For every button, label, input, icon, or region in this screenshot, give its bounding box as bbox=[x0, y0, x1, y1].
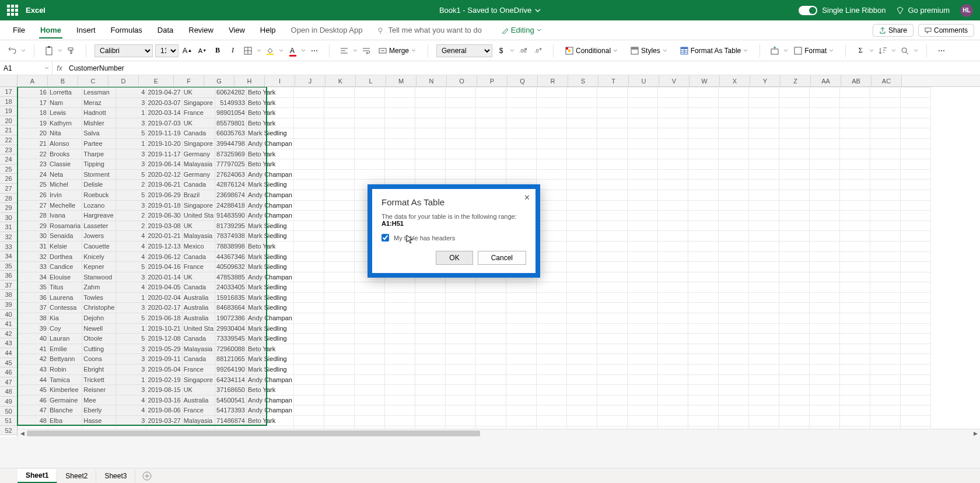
cell[interactable]: 46 bbox=[18, 395, 48, 405]
cell[interactable] bbox=[475, 108, 506, 118]
cell[interactable]: 43 bbox=[18, 365, 48, 375]
cell[interactable] bbox=[324, 385, 354, 396]
cell[interactable]: 24 bbox=[18, 169, 48, 180]
cell[interactable] bbox=[748, 190, 779, 200]
row-header[interactable]: 45 bbox=[0, 358, 17, 368]
cell[interactable] bbox=[627, 292, 657, 303]
cell[interactable]: 84683664 bbox=[215, 303, 247, 313]
document-title[interactable]: Book1 - Saved to OneDrive bbox=[439, 6, 541, 15]
cell[interactable] bbox=[627, 282, 657, 293]
cell[interactable]: 34 bbox=[18, 272, 48, 282]
cell[interactable] bbox=[627, 395, 657, 405]
add-sheet-button[interactable] bbox=[140, 469, 154, 483]
cell[interactable]: Mechelle bbox=[48, 200, 82, 211]
cell[interactable]: Singapore bbox=[182, 138, 215, 149]
cell[interactable]: Storment bbox=[82, 169, 116, 180]
row-header[interactable]: 42 bbox=[0, 329, 17, 339]
cell[interactable] bbox=[900, 323, 930, 334]
cell[interactable] bbox=[384, 159, 415, 170]
styles-button[interactable]: Styles bbox=[627, 46, 671, 56]
cell[interactable] bbox=[870, 231, 900, 242]
cell[interactable]: 2019-06-18 bbox=[146, 313, 182, 324]
cell[interactable] bbox=[597, 159, 627, 170]
cell[interactable] bbox=[293, 292, 324, 303]
cell[interactable] bbox=[324, 303, 354, 313]
cell[interactable] bbox=[324, 354, 354, 365]
cell[interactable] bbox=[354, 313, 384, 324]
cell[interactable]: 2020-01-14 bbox=[146, 272, 182, 282]
cell[interactable] bbox=[597, 272, 627, 282]
cell[interactable] bbox=[627, 97, 657, 108]
cell[interactable] bbox=[718, 88, 748, 98]
cell[interactable] bbox=[870, 272, 900, 282]
cell[interactable] bbox=[293, 344, 324, 354]
cell[interactable]: 2019-06-14 bbox=[146, 159, 182, 170]
cell[interactable] bbox=[900, 200, 930, 211]
cell[interactable]: Mark Siedling bbox=[247, 303, 294, 313]
column-header[interactable]: Y bbox=[750, 75, 780, 86]
cell[interactable]: Blanche bbox=[48, 405, 82, 416]
cell[interactable] bbox=[718, 303, 748, 313]
column-header[interactable]: D bbox=[108, 75, 139, 86]
cell[interactable]: Cutting bbox=[82, 344, 116, 354]
cell[interactable]: 5 bbox=[116, 334, 146, 344]
cell[interactable] bbox=[870, 416, 900, 426]
cell[interactable] bbox=[566, 323, 597, 334]
cell[interactable] bbox=[688, 272, 718, 282]
merge-button[interactable]: Merge bbox=[375, 46, 419, 56]
row-header[interactable]: 52 bbox=[0, 426, 17, 436]
cell[interactable] bbox=[809, 416, 839, 426]
cell[interactable]: 35 bbox=[18, 282, 48, 293]
cell[interactable] bbox=[536, 272, 566, 282]
cell[interactable] bbox=[839, 323, 870, 334]
cell[interactable] bbox=[536, 241, 566, 251]
cell[interactable] bbox=[839, 88, 870, 98]
cell[interactable] bbox=[536, 200, 566, 211]
cell[interactable] bbox=[445, 395, 475, 405]
cell[interactable] bbox=[475, 385, 506, 396]
cell[interactable] bbox=[748, 97, 779, 108]
cell[interactable] bbox=[475, 374, 506, 385]
cell[interactable] bbox=[597, 303, 627, 313]
cell[interactable]: UK bbox=[182, 118, 215, 128]
cell[interactable] bbox=[688, 303, 718, 313]
menu-formulas[interactable]: Formulas bbox=[104, 22, 149, 38]
cell[interactable] bbox=[779, 190, 809, 200]
cell[interactable] bbox=[354, 88, 384, 98]
conditional-formatting-button[interactable]: Conditional bbox=[562, 46, 621, 56]
cell[interactable]: 17 bbox=[18, 97, 48, 108]
cell[interactable]: 2019-04-05 bbox=[146, 282, 182, 293]
cell[interactable] bbox=[900, 180, 930, 190]
cell[interactable] bbox=[536, 303, 566, 313]
cell[interactable] bbox=[688, 108, 718, 118]
cell[interactable] bbox=[597, 323, 627, 334]
cell[interactable]: 3 bbox=[116, 303, 146, 313]
row-header[interactable]: 40 bbox=[0, 310, 17, 320]
column-header[interactable]: AA bbox=[811, 75, 841, 86]
cell[interactable] bbox=[900, 416, 930, 426]
cell[interactable] bbox=[324, 344, 354, 354]
cell[interactable] bbox=[657, 118, 688, 128]
cell[interactable]: 23698674 bbox=[215, 190, 247, 200]
cell[interactable] bbox=[627, 344, 657, 354]
cell[interactable] bbox=[415, 334, 445, 344]
cell[interactable]: 37168650 bbox=[215, 385, 247, 396]
cell[interactable] bbox=[627, 251, 657, 262]
cell[interactable]: Laurena bbox=[48, 292, 82, 303]
cell[interactable]: Kimberlee bbox=[48, 385, 82, 396]
cell[interactable] bbox=[384, 149, 415, 159]
cell[interactable] bbox=[809, 118, 839, 128]
cell[interactable] bbox=[627, 231, 657, 242]
cell[interactable] bbox=[536, 138, 566, 149]
cell[interactable] bbox=[506, 303, 536, 313]
cell[interactable] bbox=[688, 88, 718, 98]
row-header[interactable]: 32 bbox=[0, 232, 17, 242]
editing-mode-dropdown[interactable]: Editing bbox=[495, 22, 548, 38]
cell[interactable] bbox=[445, 169, 475, 180]
cell[interactable]: Mark Siedling bbox=[247, 262, 294, 272]
cell[interactable]: Lauran bbox=[48, 334, 82, 344]
cell[interactable] bbox=[415, 344, 445, 354]
cell[interactable] bbox=[900, 128, 930, 139]
cell[interactable] bbox=[627, 374, 657, 385]
cell[interactable] bbox=[475, 138, 506, 149]
